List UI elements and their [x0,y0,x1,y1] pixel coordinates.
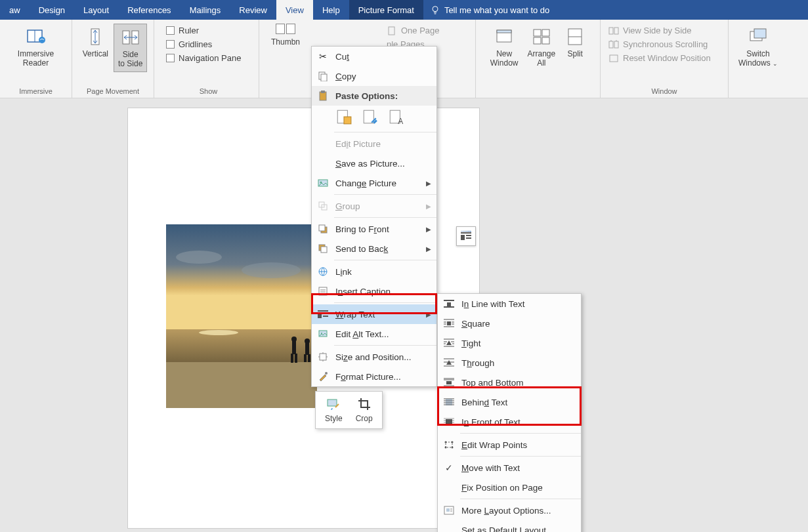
wrap-move-with-text[interactable]: ✓Move with Text [438,458,581,478]
ruler-checkbox[interactable]: Ruler [163,24,202,37]
vertical-icon [85,26,106,47]
svg-rect-63 [318,313,322,318]
svg-rect-59 [319,287,327,295]
copy-icon [317,70,329,82]
navigation-pane-checkbox[interactable]: Navigation Pane [163,51,244,65]
svg-point-35 [176,251,222,264]
menu-link[interactable]: Link [312,262,436,281]
svg-point-36 [242,262,301,278]
group-label-window: Window [651,85,677,98]
inserted-picture[interactable] [166,224,317,408]
view-side-by-side-button[interactable]: View Side by Side [606,24,694,37]
split-button[interactable]: Split [561,24,589,62]
menu-wrap-text[interactable]: Wrap Text▶ [312,304,436,324]
new-window-button[interactable]: New Window [486,24,522,71]
tab-help[interactable]: Help [313,0,349,20]
svg-point-2 [39,37,45,43]
paste-merge-icon[interactable] [362,108,379,125]
menu-edit-alt-text[interactable]: Edit Alt Text... [312,324,436,344]
tab-references[interactable]: References [118,0,180,20]
wrap-square[interactable]: Square [438,314,581,333]
wrap-behind-text[interactable]: Behind Text [438,392,581,412]
svg-rect-42 [321,74,327,81]
tab-design[interactable]: Design [30,0,74,20]
wrap-in-line-with-text[interactable]: In Line with Text [438,294,581,314]
svg-rect-8 [497,30,511,33]
switch-windows-icon [748,26,769,47]
svg-point-0 [433,7,438,12]
arrange-all-button[interactable]: Arrange All [523,24,559,71]
wrap-fix-position[interactable]: Fix Position on Page [438,478,581,497]
wrap-edit-wrap-points[interactable]: Edit Wrap Points [438,435,581,455]
edit-wrap-points-icon [443,439,455,451]
one-page-button[interactable]: One Page [384,24,442,37]
immersive-reader-button[interactable]: Immersive Reader [14,24,58,71]
size-position-icon [317,351,329,363]
alt-text-icon [317,328,329,340]
bring-to-front-icon [317,223,329,235]
submenu-arrow-icon: ▶ [426,245,431,253]
mini-style-button[interactable]: Style [318,394,349,426]
reset-window-position-button[interactable]: Reset Window Position [606,51,713,65]
svg-point-26 [199,330,238,335]
svg-rect-71 [447,302,451,306]
tab-draw[interactable]: aw [0,0,30,20]
tell-me-search[interactable]: Tell me what you want to do [430,0,549,20]
menu-bring-to-front[interactable]: Bring to Front▶ [312,219,436,239]
wrap-tight[interactable]: Tight [438,333,581,353]
thumbnails-button[interactable]: Thumbn [267,35,304,50]
svg-text:A: A [398,117,403,125]
group-label-page-movement: Page Movement [87,85,139,98]
paste-keep-source-icon[interactable] [335,108,352,125]
side-to-side-icon [120,27,141,48]
paste-picture-icon[interactable]: A [388,108,405,125]
gridlines-checkbox[interactable]: Gridlines [163,37,215,51]
menu-format-picture[interactable]: Format Picture... [312,367,436,386]
wrap-behind-icon [443,396,455,408]
layout-options-icon [460,231,472,241]
svg-rect-12 [542,37,549,44]
paste-icon [317,90,329,102]
layout-options-button[interactable] [456,226,476,246]
menu-group: Group▶ [312,196,436,216]
wrap-set-default-layout[interactable]: Set as Default Layout [438,520,581,532]
svg-rect-32 [305,343,309,355]
tab-picture-format[interactable]: Picture Format [349,0,423,20]
svg-rect-30 [295,354,297,363]
ribbon-tabbar: aw Design Layout References Mailings Rev… [0,0,808,20]
svg-rect-25 [166,362,317,408]
menu-cut[interactable]: ✂Cut [312,47,436,66]
menu-copy[interactable]: Copy [312,66,436,86]
submenu-arrow-icon: ▶ [426,311,431,318]
sync-scrolling-button[interactable]: Synchronous Scrolling [606,37,710,51]
svg-rect-9 [534,30,541,36]
wrap-through[interactable]: Through [438,353,581,373]
menu-edit-picture: Edit Picture [312,134,436,153]
picture-context-menu: ✂Cut Copy Paste Options: A Edit Picture … [311,46,437,387]
menu-size-and-position[interactable]: Size and Position... [312,347,436,367]
wrap-in-front-of-text[interactable]: In Front of Text [438,412,581,432]
switch-windows-button[interactable]: Switch Windows ⌄ [734,24,782,71]
wrap-more-layout-options[interactable]: More Layout Options... [438,501,581,520]
svg-point-69 [325,372,328,375]
tab-review[interactable]: Review [230,0,276,20]
tab-layout[interactable]: Layout [74,0,118,20]
menu-save-as-picture[interactable]: Save as Picture... [312,153,436,173]
svg-point-108 [445,447,447,449]
menu-insert-caption[interactable]: Insert Caption... [312,281,436,301]
menu-change-picture[interactable]: Change Picture▶ [312,173,436,193]
crop-icon [357,397,372,411]
svg-rect-15 [609,28,613,34]
side-to-side-button[interactable]: Side to Side [114,24,147,72]
svg-rect-74 [447,321,451,325]
svg-rect-38 [461,235,465,240]
tab-mailings[interactable]: Mailings [181,0,230,20]
vertical-button[interactable]: Vertical [79,24,112,62]
tab-view[interactable]: View [276,0,313,20]
wrap-top-and-bottom[interactable]: Top and Bottom [438,373,581,392]
side-by-side-icon [608,26,619,35]
mini-crop-button[interactable]: Crop [349,394,379,426]
svg-rect-104 [446,419,452,424]
wrap-tight-icon [443,337,455,349]
menu-send-to-back[interactable]: Send to Back▶ [312,239,436,258]
